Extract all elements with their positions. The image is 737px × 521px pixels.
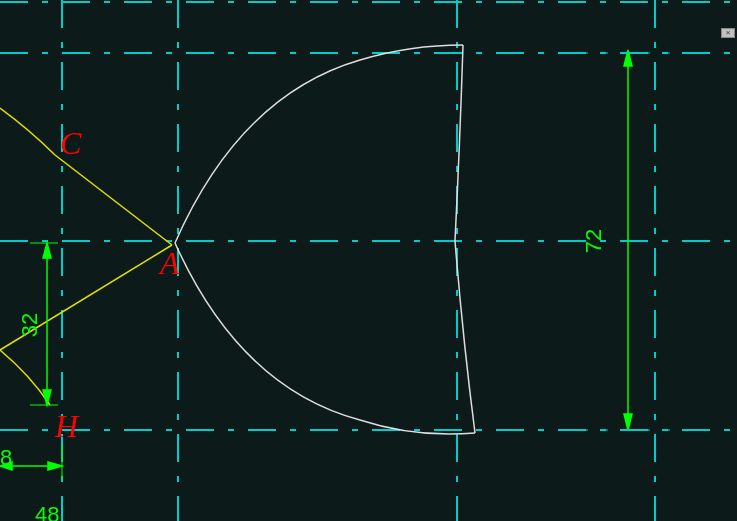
svg-marker-22 (0, 462, 12, 470)
dimensions (0, 50, 680, 480)
yellow-geometry (0, 108, 172, 405)
drawing-layer (0, 0, 737, 521)
construction-lines (0, 0, 737, 521)
cad-viewport[interactable]: C A H 32 72 8 48 × (0, 0, 737, 521)
svg-line-8 (55, 155, 172, 245)
svg-marker-21 (48, 462, 62, 470)
white-geometry (175, 45, 475, 434)
close-icon[interactable]: × (721, 28, 735, 38)
svg-marker-17 (624, 414, 632, 430)
svg-line-9 (0, 245, 172, 350)
svg-marker-11 (43, 243, 51, 258)
